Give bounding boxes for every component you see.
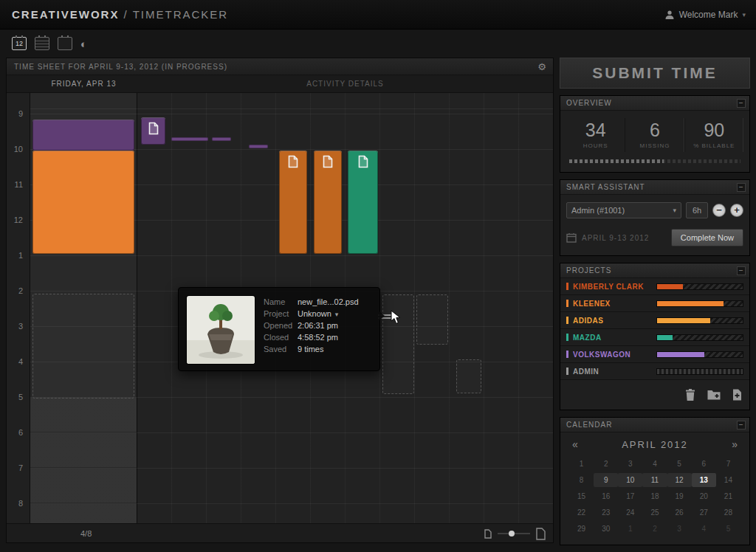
- hour-label: 5: [18, 393, 23, 401]
- calendar-day[interactable]: 27: [692, 506, 716, 520]
- settings-gear-icon[interactable]: ⚙: [537, 58, 547, 75]
- user-menu[interactable]: Welcome Mark ▾: [664, 0, 746, 30]
- calendar-day[interactable]: 5: [716, 522, 740, 536]
- caret-down-icon[interactable]: ▾: [335, 311, 339, 318]
- calendar-day[interactable]: 18: [642, 489, 667, 503]
- tooltip-field-value: 4:58:52 pm: [298, 333, 338, 342]
- overview-header: OVERVIEW –: [560, 96, 749, 111]
- time-entry-block[interactable]: [32, 120, 134, 151]
- project-name: ADMIN: [573, 368, 656, 376]
- zoom-slider-handle[interactable]: [509, 531, 515, 537]
- add-document-icon[interactable]: [732, 389, 742, 401]
- calendar-day[interactable]: 19: [667, 489, 692, 503]
- project-row[interactable]: KLEENEX: [560, 295, 749, 312]
- collapse-icon[interactable]: –: [737, 183, 746, 192]
- calendar-day[interactable]: 10: [618, 473, 642, 487]
- time-entry-block[interactable]: [348, 151, 378, 254]
- stat-label: HOURS: [566, 142, 625, 149]
- project-color-tick: [566, 317, 568, 324]
- calendar-day[interactable]: 15: [569, 489, 594, 503]
- calendar-day[interactable]: 21: [716, 489, 740, 503]
- calendar-day[interactable]: 5: [667, 457, 692, 471]
- pagination: 4/8: [80, 524, 92, 543]
- calendar-day[interactable]: 12: [667, 473, 692, 487]
- calendar-day[interactable]: 14: [716, 473, 740, 487]
- zoom-in-doc-icon[interactable]: [536, 528, 546, 540]
- time-entry-block[interactable]: [141, 117, 165, 145]
- project-row[interactable]: KIMBERLY CLARK: [560, 278, 749, 295]
- collapse-icon[interactable]: –: [737, 99, 746, 108]
- delete-trash-icon[interactable]: [685, 389, 695, 401]
- document-icon: [288, 155, 298, 171]
- file-tooltip: Namenew_file...02.psdProjectUnknown▾Open…: [178, 287, 380, 371]
- collapse-icon[interactable]: –: [737, 266, 746, 275]
- calendar-day[interactable]: 22: [569, 506, 594, 520]
- calendar-day[interactable]: 26: [667, 506, 692, 520]
- prev-month-button[interactable]: «: [569, 438, 581, 450]
- project-color-tick: [566, 300, 568, 307]
- time-entry-block[interactable]: [279, 151, 307, 254]
- activity-bar[interactable]: [171, 137, 208, 141]
- add-folder-icon[interactable]: [707, 389, 721, 400]
- project-progress-bar: [656, 300, 743, 307]
- project-row[interactable]: ADIDAS: [560, 312, 749, 329]
- calendar-day[interactable]: 4: [692, 522, 716, 536]
- calendar-day[interactable]: 24: [618, 506, 642, 520]
- product-name: TIMETRACKER: [133, 8, 229, 21]
- calendar-day[interactable]: 1: [618, 522, 642, 536]
- contrast-icon[interactable]: ◐: [80, 38, 93, 50]
- view-toolbar: 12 ◐: [12, 37, 93, 50]
- calendar-day[interactable]: 8: [569, 473, 594, 487]
- next-month-button[interactable]: »: [729, 438, 740, 450]
- empty-slot-block[interactable]: [456, 359, 481, 393]
- calendar-day[interactable]: 25: [642, 506, 667, 520]
- time-entry-block[interactable]: [314, 151, 342, 254]
- calendar-day[interactable]: 28: [716, 506, 740, 520]
- zoom-controls: [484, 524, 546, 543]
- activity-bar[interactable]: [212, 137, 231, 141]
- week-view-icon[interactable]: [35, 37, 49, 50]
- decrease-hours-button[interactable]: −: [712, 204, 726, 217]
- zoom-slider[interactable]: [498, 533, 530, 534]
- calendar-day[interactable]: 16: [594, 489, 618, 503]
- brand-separator: /: [124, 8, 128, 21]
- project-row[interactable]: VOLKSWAGON: [560, 346, 749, 363]
- calendar-day[interactable]: 20: [692, 489, 716, 503]
- calendar-day[interactable]: 1: [569, 457, 594, 471]
- activity-bar[interactable]: [249, 145, 268, 148]
- submit-time-button[interactable]: SUBMIT TIME: [560, 58, 750, 89]
- tooltip-field: Saved9 times: [264, 345, 371, 353]
- day-view-icon[interactable]: 12: [12, 37, 27, 50]
- calendar-day[interactable]: 7: [716, 457, 740, 471]
- calendar-day[interactable]: 2: [642, 522, 667, 536]
- calendar-day[interactable]: 11: [642, 473, 667, 487]
- calendar-day[interactable]: 29: [569, 522, 594, 536]
- calendar-day[interactable]: 17: [618, 489, 642, 503]
- calendar-day[interactable]: 6: [692, 457, 716, 471]
- hour-label: 9: [18, 109, 23, 118]
- complete-now-button[interactable]: Complete Now: [671, 229, 743, 246]
- calendar-day[interactable]: 30: [594, 522, 618, 536]
- tooltip-field-label: Name: [264, 297, 298, 306]
- calendar-day[interactable]: 3: [667, 522, 692, 536]
- project-row[interactable]: ADMIN: [560, 363, 749, 380]
- empty-slot-block[interactable]: [32, 294, 134, 399]
- time-entry-block[interactable]: [32, 151, 134, 254]
- overview-panel: OVERVIEW – 34HOURS6MISSING90% BILLABLE: [560, 95, 750, 173]
- project-select-value: Admin (#1001): [571, 206, 625, 215]
- project-select[interactable]: Admin (#1001) ▾: [566, 202, 681, 218]
- calendar-day[interactable]: 13: [692, 473, 716, 487]
- tooltip-field-value: 9 times: [298, 345, 323, 353]
- month-view-icon[interactable]: [58, 37, 72, 50]
- calendar-day[interactable]: 23: [594, 506, 618, 520]
- project-row[interactable]: MAZDA: [560, 329, 749, 346]
- calendar-day[interactable]: 9: [594, 473, 618, 487]
- calendar-day[interactable]: 3: [618, 457, 642, 471]
- calendar-day[interactable]: 4: [642, 457, 667, 471]
- collapse-icon[interactable]: –: [737, 421, 746, 429]
- hours-input[interactable]: 6h: [686, 202, 708, 218]
- zoom-out-doc-icon[interactable]: [484, 529, 492, 539]
- empty-slot-block[interactable]: [416, 294, 448, 345]
- increase-hours-button[interactable]: +: [730, 204, 743, 217]
- calendar-day[interactable]: 2: [594, 457, 618, 471]
